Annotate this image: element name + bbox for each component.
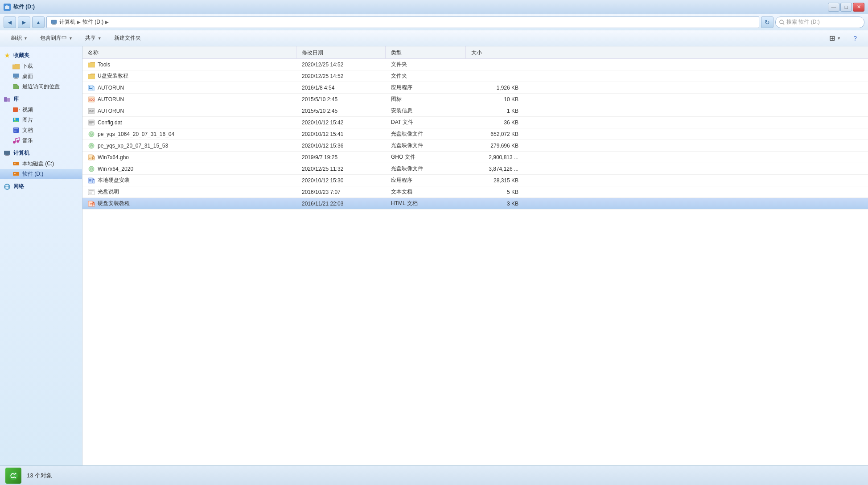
sidebar-item-d-drive[interactable]: 软件 (D:) <box>0 169 82 179</box>
file-cell-date: 2020/10/12 15:42 <box>296 119 386 126</box>
table-row[interactable]: HTML 硬盘安装教程 2016/11/21 22:03 HTML 文档 3 K… <box>82 198 868 210</box>
address-breadcrumb[interactable]: 计算机 ▶ 软件 (D:) ▶ <box>46 16 759 28</box>
table-row[interactable]: INF AUTORUN 2015/5/10 2:45 安装信息 1 KB <box>82 105 868 117</box>
col-header-size[interactable]: 大小 <box>466 46 524 58</box>
refresh-button[interactable]: ↻ <box>761 16 773 28</box>
svg-point-15 <box>14 118 16 120</box>
minimize-button[interactable]: — <box>828 3 839 12</box>
table-row[interactable]: Tools 2020/12/25 14:52 文件夹 <box>82 59 868 70</box>
breadcrumb-sep2: ▶ <box>105 20 109 25</box>
titlebar-app-icon <box>4 4 11 11</box>
svg-point-38 <box>89 86 91 87</box>
organize-button[interactable]: 组织 ▼ <box>5 32 33 45</box>
svg-rect-1 <box>6 5 8 6</box>
share-button[interactable]: 共享 ▼ <box>79 32 107 45</box>
svg-marker-13 <box>19 108 20 111</box>
computer-label: 计算机 <box>13 149 29 157</box>
file-cell-date: 2020/12/25 11:32 <box>296 166 386 172</box>
file-cell-size: 652,072 KB <box>466 131 524 137</box>
file-cell-size: 3 KB <box>466 201 524 207</box>
new-folder-label: 新建文件夹 <box>114 34 141 42</box>
file-cell-name: 本地硬盘安装 <box>82 177 296 184</box>
back-button[interactable]: ◄ <box>4 16 16 28</box>
sidebar-header-computer[interactable]: 计算机 <box>0 148 82 159</box>
table-row[interactable]: pe_yqs_xp_20_07_31_15_53 2020/10/12 15:3… <box>82 140 868 152</box>
sidebar-item-pictures[interactable]: 图片 <box>0 115 82 125</box>
forward-button[interactable]: ► <box>18 16 30 28</box>
views-button[interactable]: ⊞ ▼ <box>823 32 847 45</box>
sidebar-header-network[interactable]: 网络 <box>0 181 82 192</box>
video-label: 视频 <box>22 106 33 114</box>
svg-point-50 <box>91 134 92 135</box>
up-button[interactable]: ▲ <box>32 16 45 28</box>
include-dropdown-icon: ▼ <box>69 36 73 41</box>
svg-point-22 <box>16 140 19 143</box>
file-icon-ico: ICO <box>88 96 95 103</box>
table-row[interactable]: 光盘说明 2016/10/23 7:07 文本文档 5 KB <box>82 186 868 198</box>
table-row[interactable]: pe_yqs_1064_20_07_31_16_04 2020/10/12 15… <box>82 128 868 140</box>
svg-rect-28 <box>13 172 19 176</box>
breadcrumb-sep1: ▶ <box>77 20 81 25</box>
sidebar-item-video[interactable]: 视频 <box>0 105 82 115</box>
col-header-type[interactable]: 类型 <box>386 46 466 58</box>
titlebar-title: 软件 (D:) <box>13 3 35 11</box>
sidebar-header-favorites[interactable]: ★ 收藏夹 <box>0 50 82 61</box>
column-header: 名称 修改日期 类型 大小 <box>82 46 868 59</box>
file-icon-inf: INF <box>88 107 95 115</box>
sidebar-item-documents[interactable]: 文档 <box>0 125 82 136</box>
svg-rect-29 <box>14 173 16 174</box>
sidebar-item-recent[interactable]: 最近访问的位置 <box>0 82 82 92</box>
breadcrumb-computer[interactable]: 计算机 <box>59 18 75 26</box>
file-icon-iso <box>88 165 95 173</box>
svg-rect-34 <box>88 75 95 79</box>
table-row[interactable]: U盘安装教程 2020/12/25 14:52 文件夹 <box>82 70 868 82</box>
table-row[interactable]: AUTORUN 2016/1/8 4:54 应用程序 1,926 KB <box>82 82 868 94</box>
sidebar-item-c-drive[interactable]: 本地磁盘 (C:) <box>0 159 82 169</box>
documents-label: 文档 <box>22 127 33 134</box>
network-label: 网络 <box>13 183 24 190</box>
table-row[interactable]: Config.dat 2020/10/12 15:42 DAT 文件 36 KB <box>82 117 868 128</box>
file-cell-type: 光盘映像文件 <box>386 165 466 173</box>
sidebar-header-library[interactable]: 库 <box>0 94 82 105</box>
close-button[interactable]: ✕ <box>853 3 864 12</box>
sidebar-item-music[interactable]: 音乐 <box>0 136 82 146</box>
svg-text:GHO: GHO <box>89 156 95 159</box>
new-folder-button[interactable]: 新建文件夹 <box>108 32 147 45</box>
include-label: 包含到库中 <box>40 34 67 42</box>
titlebar-left: 软件 (D:) <box>4 3 35 11</box>
recent-icon <box>12 83 20 90</box>
help-button[interactable]: ? <box>847 32 863 45</box>
file-cell-type: GHO 文件 <box>386 153 466 161</box>
col-header-name[interactable]: 名称 <box>82 46 296 58</box>
svg-text:ICO: ICO <box>89 98 95 101</box>
file-cell-date: 2015/5/10 2:45 <box>296 108 386 114</box>
documents-icon <box>12 127 20 134</box>
table-row[interactable]: Win7x64_2020 2020/12/25 11:32 光盘映像文件 3,8… <box>82 163 868 175</box>
maximize-button[interactable]: □ <box>840 3 852 12</box>
file-cell-date: 2020/10/12 15:41 <box>296 131 386 137</box>
table-row[interactable]: GHO Win7x64.gho 2019/9/7 19:25 GHO 文件 2,… <box>82 152 868 163</box>
svg-rect-10 <box>4 97 7 102</box>
file-icon-iso <box>88 142 95 149</box>
file-cell-name: INF AUTORUN <box>82 107 296 115</box>
include-library-button[interactable]: 包含到库中 ▼ <box>34 32 78 45</box>
file-cell-type: 安装信息 <box>386 107 466 115</box>
file-icon-folder <box>88 73 95 80</box>
file-cell-type: DAT 文件 <box>386 119 466 126</box>
table-row[interactable]: ICO AUTORUN 2015/5/10 2:45 图标 10 KB <box>82 94 868 105</box>
svg-rect-33 <box>88 63 95 67</box>
search-box[interactable]: 搜索 软件 (D:) <box>775 16 864 28</box>
file-icon-txt <box>88 189 95 196</box>
file-cell-type: 图标 <box>386 95 466 103</box>
table-row[interactable]: 本地硬盘安装 2020/10/12 15:30 应用程序 28,315 KB <box>82 175 868 186</box>
file-cell-size: 28,315 KB <box>466 177 524 184</box>
breadcrumb-drive[interactable]: 软件 (D:) <box>82 18 103 26</box>
sidebar-item-desktop[interactable]: 桌面 <box>0 71 82 82</box>
svg-rect-64 <box>89 179 91 181</box>
sidebar-item-download[interactable]: 下载 <box>0 61 82 71</box>
file-cell-type: 应用程序 <box>386 84 466 91</box>
svg-line-6 <box>783 23 784 25</box>
svg-rect-24 <box>6 155 8 156</box>
col-header-date[interactable]: 修改日期 <box>296 46 386 58</box>
file-cell-type: 文件夹 <box>386 61 466 68</box>
